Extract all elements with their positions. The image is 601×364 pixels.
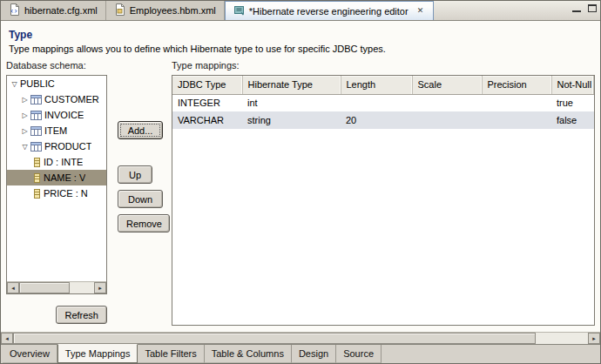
tab-design[interactable]: Design bbox=[292, 345, 336, 363]
chevron-collapsed-icon[interactable]: ▷ bbox=[19, 96, 30, 104]
column-header-not-null[interactable]: Not-Null bbox=[551, 76, 594, 94]
database-schema-tree[interactable]: ▽ PUBLIC ▷ CUSTOMER ▷ bbox=[6, 75, 107, 294]
type-mappings-page: Type Type mappings allows you to define … bbox=[1, 21, 600, 332]
down-button[interactable]: Down bbox=[118, 190, 163, 208]
column-icon bbox=[33, 189, 41, 199]
cell-precision[interactable] bbox=[482, 111, 551, 129]
type-mappings-panel: Type mappings: JDBC Type Hibernate Type … bbox=[172, 60, 595, 326]
tree-item-label: NAME : V bbox=[44, 172, 85, 183]
scroll-right-icon[interactable]: ▸ bbox=[588, 333, 600, 344]
tree-item-label: ID : INTE bbox=[44, 157, 83, 167]
table-icon bbox=[30, 142, 42, 152]
column-header-precision[interactable]: Precision bbox=[482, 76, 551, 94]
cell-length[interactable]: 20 bbox=[341, 111, 412, 129]
column-header-jdbc-type[interactable]: JDBC Type bbox=[172, 76, 242, 94]
add-button[interactable]: Add... bbox=[118, 121, 163, 139]
page-description: Type mappings allows you to define which… bbox=[9, 44, 595, 54]
database-schema-panel: Database schema: ▽ PUBLIC ▷ CUSTOMER bbox=[6, 60, 109, 324]
tree-item-public[interactable]: ▽ PUBLIC bbox=[7, 76, 106, 91]
editor-page-tabs: Overview Type Mappings Table Filters Tab… bbox=[1, 344, 600, 363]
tree-item-item[interactable]: ▷ ITEM bbox=[7, 123, 106, 138]
tree-item-label: PUBLIC bbox=[20, 78, 55, 89]
tab-label: hibernate.cfg.xml bbox=[24, 5, 98, 16]
tab-overview[interactable]: Overview bbox=[3, 345, 57, 363]
cell-precision[interactable] bbox=[482, 94, 551, 111]
table-icon bbox=[30, 111, 42, 120]
view-toolbar bbox=[572, 4, 597, 12]
page-title: Type bbox=[9, 29, 595, 41]
type-mappings-table[interactable]: JDBC Type Hibernate Type Length Scale Pr… bbox=[172, 75, 595, 326]
chevron-expanded-icon[interactable]: ▽ bbox=[9, 80, 20, 88]
cell-hibernate-type[interactable]: string bbox=[242, 111, 341, 129]
tree-item-label: PRICE : N bbox=[44, 188, 88, 199]
column-header-hibernate-type[interactable]: Hibernate Type bbox=[242, 76, 341, 94]
scroll-left-icon[interactable]: ◂ bbox=[1, 333, 13, 344]
cell-jdbc-type[interactable]: VARCHAR bbox=[172, 111, 242, 129]
tree-item-invoice[interactable]: ▷ INVOICE bbox=[7, 107, 106, 123]
table-icon bbox=[30, 95, 42, 104]
tree-item-column-price[interactable]: PRICE : N bbox=[7, 185, 106, 201]
cell-hibernate-type[interactable]: int bbox=[242, 94, 341, 111]
tab-hibernate-reveng-editor[interactable]: *Hibernate reverse engineering editor ✕ bbox=[225, 1, 434, 20]
remove-button[interactable]: Remove bbox=[118, 214, 170, 233]
xml-file-icon bbox=[9, 3, 20, 17]
close-icon[interactable]: ✕ bbox=[415, 6, 426, 16]
tree-item-column-name[interactable]: NAME : V bbox=[7, 170, 106, 185]
up-button[interactable]: Up bbox=[118, 165, 152, 184]
table-header-row: JDBC Type Hibernate Type Length Scale Pr… bbox=[172, 76, 594, 94]
cell-jdbc-type[interactable]: INTEGER bbox=[172, 94, 242, 111]
tab-table-and-columns[interactable]: Table & Columns bbox=[205, 345, 292, 363]
mapping-actions: Add... Up Down Remove bbox=[109, 60, 172, 233]
tree-item-label: CUSTOMER bbox=[44, 94, 99, 104]
tab-type-mappings[interactable]: Type Mappings bbox=[57, 344, 138, 363]
tree-item-customer[interactable]: ▷ CUSTOMER bbox=[7, 91, 106, 107]
tab-table-filters[interactable]: Table Filters bbox=[138, 345, 204, 363]
tab-hibernate-cfg-xml[interactable]: hibernate.cfg.xml bbox=[1, 1, 106, 20]
editor-horizontal-scrollbar[interactable]: ◂ ▸ bbox=[1, 332, 600, 344]
tree-item-label: ITEM bbox=[44, 125, 67, 136]
table-icon bbox=[30, 126, 42, 136]
column-header-length[interactable]: Length bbox=[341, 76, 412, 94]
column-header-scale[interactable]: Scale bbox=[412, 76, 482, 94]
minimize-icon[interactable] bbox=[572, 4, 581, 12]
scrollbar-thumb[interactable] bbox=[19, 282, 70, 293]
chevron-collapsed-icon[interactable]: ▷ bbox=[19, 111, 30, 119]
reveng-editor-icon bbox=[233, 4, 245, 17]
database-schema-label: Database schema: bbox=[6, 60, 109, 73]
tab-label: Employees.hbm.xml bbox=[130, 5, 216, 16]
scroll-right-icon[interactable]: ▸ bbox=[94, 282, 106, 293]
tab-label: *Hibernate reverse engineering editor bbox=[249, 6, 409, 17]
scrollbar-thumb[interactable] bbox=[13, 333, 536, 344]
cell-scale[interactable] bbox=[412, 111, 482, 129]
scroll-left-icon[interactable]: ◂ bbox=[7, 282, 19, 293]
type-mappings-label: Type mappings: bbox=[172, 60, 595, 73]
tree-item-label: PRODUCT bbox=[44, 141, 91, 152]
tab-source[interactable]: Source bbox=[336, 345, 382, 363]
hibernate-editor-window: hibernate.cfg.xml Employees.hbm.xml *Hib… bbox=[0, 0, 601, 364]
cell-not-null[interactable]: false bbox=[551, 111, 594, 129]
maximize-icon[interactable] bbox=[588, 4, 597, 12]
tree-item-column-id[interactable]: ID : INTE bbox=[7, 154, 106, 170]
refresh-button[interactable]: Refresh bbox=[56, 306, 107, 324]
cell-length[interactable] bbox=[341, 94, 412, 111]
tree-horizontal-scrollbar[interactable]: ◂ ▸ bbox=[7, 281, 106, 293]
column-icon bbox=[33, 173, 41, 183]
chevron-collapsed-icon[interactable]: ▷ bbox=[19, 127, 30, 135]
tree-item-label: INVOICE bbox=[44, 110, 84, 120]
cell-scale[interactable] bbox=[412, 94, 482, 111]
chevron-expanded-icon[interactable]: ▽ bbox=[19, 143, 30, 151]
table-row-integer[interactable]: INTEGER int true bbox=[172, 94, 594, 111]
tree-item-product[interactable]: ▽ PRODUCT bbox=[7, 138, 106, 154]
column-icon bbox=[33, 158, 41, 167]
tab-employees-hbm-xml[interactable]: Employees.hbm.xml bbox=[106, 1, 225, 20]
editor-tab-bar: hibernate.cfg.xml Employees.hbm.xml *Hib… bbox=[1, 1, 600, 21]
table-row-varchar[interactable]: VARCHAR string 20 false bbox=[172, 111, 594, 129]
hbm-file-icon bbox=[114, 3, 125, 17]
cell-not-null[interactable]: true bbox=[551, 94, 594, 111]
